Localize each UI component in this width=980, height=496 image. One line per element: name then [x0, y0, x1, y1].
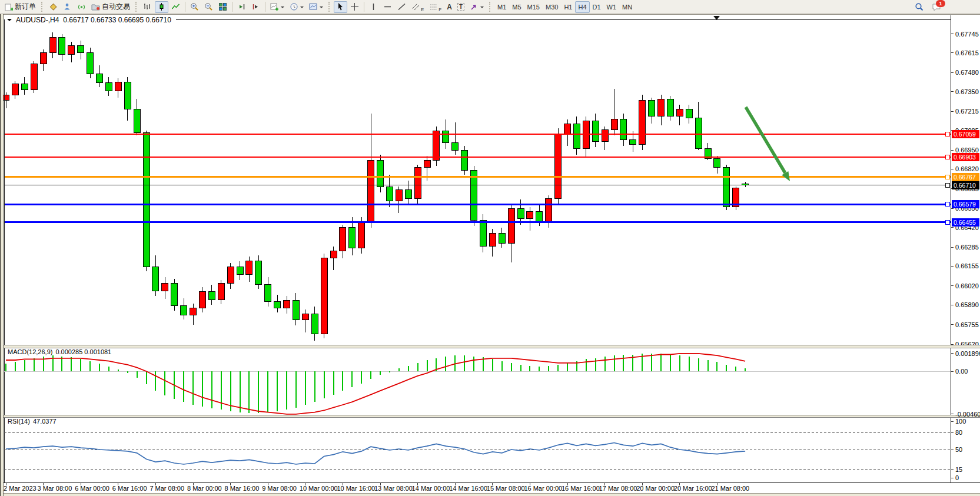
templates-button[interactable]: [307, 1, 325, 13]
time-axis-label: 14 Mar 16:00: [449, 485, 487, 492]
cursor-arrow-icon: [336, 2, 345, 11]
candle: [143, 132, 150, 267]
timeframe-button-d1[interactable]: D1: [590, 1, 604, 13]
clock-icon: [290, 2, 298, 11]
timeframe-button-h4[interactable]: H4: [575, 1, 589, 13]
svg-text:0.66579: 0.66579: [954, 201, 976, 208]
new-chart-button[interactable]: [268, 1, 287, 13]
timeframe-button-mn[interactable]: MN: [619, 1, 635, 13]
timeframe-button-m5[interactable]: M5: [509, 1, 524, 13]
horizontal-line-button[interactable]: [381, 1, 394, 13]
text-label-button[interactable]: T: [455, 1, 467, 13]
vertical-line-button[interactable]: [367, 1, 380, 13]
candle: [274, 301, 281, 308]
chart-ohlc-values: 0.66717 0.66733 0.66695 0.66710: [63, 16, 171, 24]
candle: [181, 306, 187, 315]
candle: [208, 292, 215, 300]
candle: [639, 101, 646, 144]
toolbar-separator: [364, 2, 364, 12]
candle: [162, 283, 168, 291]
time-axis-label: 13 Mar 08:00: [374, 485, 413, 492]
autotrade-button[interactable]: 自动交易: [89, 1, 132, 13]
svg-text:100: 100: [955, 418, 966, 425]
chart-line-button[interactable]: [169, 1, 182, 13]
notification-badge: 1: [936, 0, 945, 7]
search-button[interactable]: [912, 1, 926, 13]
candle: [676, 109, 683, 116]
chart-candles-button[interactable]: [155, 1, 168, 13]
dropdown-caret-icon: [300, 6, 304, 10]
chart-bars-button[interactable]: [141, 1, 154, 13]
zoom-in-button[interactable]: [188, 1, 201, 13]
periods-button[interactable]: [287, 1, 306, 13]
trendline-button[interactable]: [395, 1, 408, 13]
fibonacci-button[interactable]: F: [427, 1, 444, 13]
candle: [321, 258, 327, 334]
timeframe-button-h1[interactable]: H1: [561, 1, 575, 13]
time-axis-label: 15 Mar 08:00: [487, 485, 525, 492]
equidistant-channel-icon: [411, 2, 420, 11]
candle: [555, 134, 562, 198]
new-order-label: 新订单: [15, 2, 36, 12]
timeframe-button-w1[interactable]: W1: [604, 1, 620, 13]
candle: [471, 171, 477, 220]
candle: [480, 220, 486, 247]
chart-shift-icon: [251, 2, 260, 11]
search-icon: [915, 2, 923, 11]
crosshair-button[interactable]: [348, 1, 361, 13]
candle: [602, 129, 608, 141]
svg-text:0: 0: [955, 474, 959, 481]
timeframe-button-m30[interactable]: M30: [543, 1, 561, 13]
arrows-button[interactable]: [467, 1, 486, 13]
candle: [508, 208, 514, 244]
candle: [199, 292, 205, 308]
tile-windows-button[interactable]: [216, 1, 230, 13]
zoom-out-button[interactable]: [202, 1, 215, 13]
chart-shift-button[interactable]: [249, 1, 263, 13]
candle: [152, 267, 159, 291]
tile-windows-icon: [218, 2, 227, 11]
rsi-value: 47.0377: [33, 418, 57, 425]
candle: [218, 283, 224, 300]
toolbar-grip: [489, 2, 491, 12]
metaeditor-button[interactable]: [46, 1, 60, 13]
text-button[interactable]: A: [444, 1, 454, 13]
timeframe-button-m1[interactable]: M1: [494, 1, 509, 13]
chart-dropdown-icon[interactable]: [7, 19, 12, 24]
cursor-button[interactable]: [334, 1, 347, 13]
market-button[interactable]: [61, 1, 74, 13]
timeframe-button-m15[interactable]: M15: [524, 1, 543, 13]
bar-chart-icon: [143, 2, 152, 11]
candle: [424, 160, 430, 167]
candle: [302, 314, 308, 319]
line-chart-icon: [171, 2, 180, 11]
autotrade-label: 自动交易: [102, 2, 130, 12]
candle: [630, 140, 636, 144]
svg-text:50: 50: [955, 446, 962, 453]
time-axis-label: 16 Mar 00:00: [524, 485, 562, 492]
chart-title: AUDUSD-,H4 0.66717 0.66733 0.66695 0.667…: [5, 16, 176, 25]
chat-button[interactable]: 1: [929, 1, 943, 13]
auto-scroll-button[interactable]: [235, 1, 248, 13]
time-axis-label: 10 Mar 16:00: [337, 485, 375, 492]
fibonacci-icon: [429, 2, 438, 11]
new-order-button[interactable]: 新订单: [2, 1, 38, 13]
candle: [358, 222, 365, 248]
channel-button[interactable]: E: [409, 1, 426, 13]
signals-button[interactable]: [75, 1, 88, 13]
candle: [564, 124, 571, 134]
candle: [573, 124, 580, 148]
candle: [265, 285, 271, 302]
candle: [59, 38, 65, 55]
dropdown-caret-icon: [480, 6, 484, 10]
time-axis-label: 6 Mar 16:00: [112, 485, 147, 492]
candle: [190, 308, 197, 315]
chart-symbol-period: AUDUSD-,H4: [16, 16, 59, 24]
time-axis-label: 14 Mar 00:00: [412, 485, 450, 492]
candlestick-chart-icon: [157, 2, 166, 11]
chart-canvas[interactable]: 0.677450.676150.674800.673500.672150.670…: [4, 14, 980, 496]
svg-text:0.66903: 0.66903: [954, 154, 976, 161]
candle: [620, 119, 627, 140]
svg-text:0.66020: 0.66020: [955, 282, 979, 289]
svg-text:0.66455: 0.66455: [954, 219, 976, 226]
